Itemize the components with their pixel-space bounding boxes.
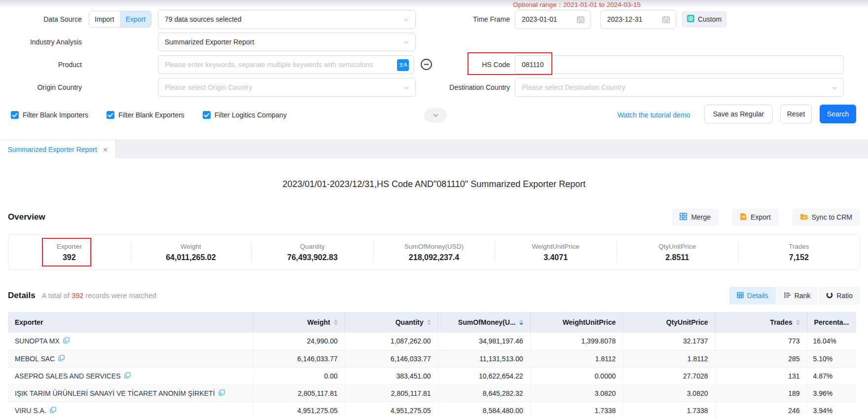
destination-country-input[interactable] [515,78,843,96]
merge-icon [680,213,687,222]
stat-quantity: Quantity 76,493,902.83 [252,235,373,269]
column-header-trades[interactable]: Trades [715,312,807,333]
cell-sum: 8,584,480.00 [438,402,530,419]
table-row: MEBOL SAC 6,146,033.77 6,146,033.77 11,1… [8,350,856,367]
end-date-value: 2023-12-31 [601,15,643,23]
data-sources-value: 79 data sources selected [158,15,242,23]
filter-panel: Data Source Import Export 79 data source… [0,0,868,140]
sort-carets-icon[interactable] [796,319,800,325]
view-toggle-group: Details Rank Ratio [729,287,860,305]
data-sources-select[interactable]: 79 data sources selected [158,10,416,29]
destination-country-select[interactable] [515,78,844,97]
column-header-quantity[interactable]: Quantity [345,312,438,333]
cell-trades: 189 [715,384,807,402]
chevron-down-icon [832,85,837,91]
product-keywords-input[interactable] [158,56,414,74]
checkbox-filter-blank-exporters[interactable]: Filter Blank Exporters [107,111,184,119]
custom-range-button[interactable]: Custom [682,11,727,28]
table-grid-icon [737,292,744,300]
checkbox-checked-icon [203,111,211,119]
column-header-qty-unit-price: QtyUnitPrice [623,312,715,333]
hs-code-label: HS Code [404,55,510,74]
industry-analysis-value: Summarized Exporter Report [158,38,254,46]
cell-weight: 2,805,117.81 [253,384,345,402]
cell-weight: 0.00 [253,367,345,384]
optional-range-text: Optional range：2021-01-01 to 2024-03-15 [513,0,641,9]
checkbox-checked-icon [107,111,114,119]
column-header-sum-of-money[interactable]: SumOfMoney(U... [438,312,530,333]
product-input-wrap: 文A [158,55,414,74]
copy-icon[interactable] [124,372,131,380]
hs-code-input[interactable] [515,56,843,74]
tab-bar: Summarized Exporter Report × [0,140,868,158]
chevron-down-icon [433,112,439,118]
cell-trades: 773 [715,333,807,350]
sort-carets-icon[interactable] [334,319,338,325]
overview-stats-panel: Exporter 392 Weight 64,011,265.02 Quanti… [8,234,860,270]
tutorial-demo-link[interactable]: Watch the tutorial demo [617,106,690,124]
merge-button[interactable]: Merge [672,209,719,226]
sync-to-crm-button[interactable]: Sync to CRM [792,209,860,226]
expand-filters-button[interactable] [424,108,447,122]
import-toggle-button[interactable]: Import [89,11,120,27]
end-date-input[interactable]: 2023-12-31 [600,10,676,29]
exporter-name-link[interactable]: ASEPRO SALES AND SERVICES [15,372,121,380]
hs-code-input-wrap [515,55,844,74]
cell-qty-unit-price: 1.8112 [623,350,715,367]
rank-view-button[interactable]: Rank [777,287,818,305]
search-button[interactable]: Search [820,105,856,123]
exporter-name-link[interactable]: MEBOL SAC [15,355,55,363]
copy-icon[interactable] [58,355,65,363]
save-as-regular-button[interactable]: Save as Regular [704,105,773,123]
details-header-row: Details A total of 392 records were matc… [8,287,860,305]
calendar-icon [577,16,584,23]
sync-folder-icon [800,213,808,222]
exporter-name-link[interactable]: VIRU S.A. [15,407,46,415]
details-table: Exporter Weight Quantity SumOfMoney(U...… [8,312,856,419]
checkbox-filter-blank-importers[interactable]: Filter Blank Importers [11,111,88,119]
stat-exporter: Exporter 392 [8,235,130,269]
checkbox-checked-icon [11,111,19,119]
copy-icon[interactable] [218,389,225,397]
details-view-button[interactable]: Details [729,287,776,305]
cell-percentage: 3.96% [807,384,856,402]
sort-carets-icon[interactable] [427,319,431,325]
ratio-view-button[interactable]: Ratio [819,287,860,305]
product-label: Product [0,55,82,74]
data-source-toggle: Import Export [89,11,151,28]
cell-percentage: 5.10% [807,350,856,367]
sort-carets-icon-active-desc[interactable] [519,319,523,325]
start-date-input[interactable]: 2023-01-01 [515,10,591,29]
column-header-exporter: Exporter [8,312,253,333]
export-button[interactable]: Export [732,209,778,226]
export-toggle-button[interactable]: Export [120,11,151,27]
origin-country-input[interactable] [158,78,415,96]
table-row: SUNOPTA MX 24,990.00 1,087,262.00 34,981… [8,333,856,350]
rank-chart-icon [784,292,791,300]
details-heading: Details [8,291,36,301]
report-content: 2023/01/01-2023/12/31,HS Code AND"081110… [0,158,868,419]
tab-summarized-exporter-report[interactable]: Summarized Exporter Report × [0,140,116,159]
industry-analysis-select[interactable]: Summarized Exporter Report [158,33,416,51]
reset-button[interactable]: Reset [780,105,812,123]
tab-close-icon[interactable]: × [103,146,108,154]
overview-heading: Overview [8,212,45,222]
checkbox-filter-logitics-company[interactable]: Filter Logitics Company [203,111,287,119]
copy-icon[interactable] [50,407,56,415]
custom-icon [687,15,694,24]
cell-trades: 285 [715,350,807,367]
overview-buttons: Merge Export Sync to CRM [672,209,860,226]
copy-icon[interactable] [63,337,70,345]
origin-country-select[interactable] [158,78,416,97]
cell-qty-unit-price: 1.7338 [623,402,715,419]
cell-quantity: 4,951,275.05 [345,402,438,419]
details-total-count: 392 [72,292,83,300]
exporter-name-link[interactable]: IŞIK TARIM ÜRÜNLERİ SANAYİ VE TİCARET AN… [15,389,215,397]
cell-qty-unit-price: 27.7028 [623,367,715,384]
column-header-weight[interactable]: Weight [253,312,345,333]
exporter-name-link[interactable]: SUNOPTA MX [15,337,60,345]
cell-qty-unit-price: 32.1737 [623,333,715,350]
cell-sum: 11,131,513.00 [438,350,530,367]
cell-trades: 246 [715,402,807,419]
destination-country-label: Destination Country [404,78,510,97]
